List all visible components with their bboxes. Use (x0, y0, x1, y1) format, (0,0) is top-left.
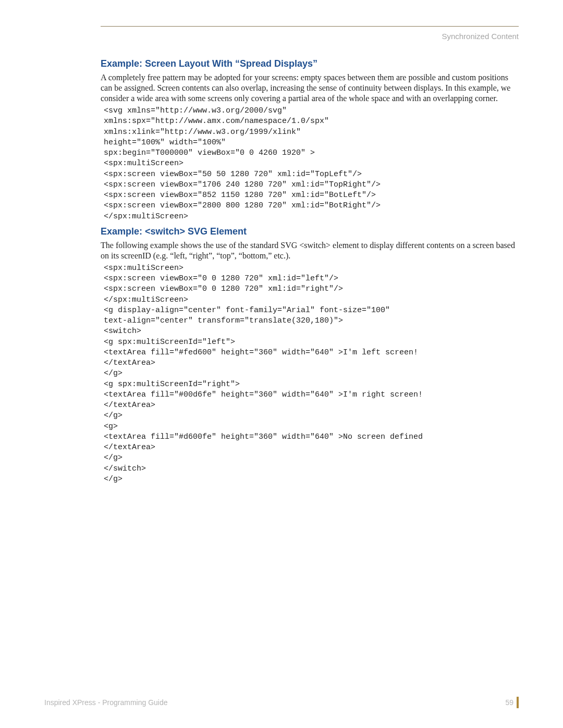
section2-paragraph: The following example shows the use of t… (101, 240, 519, 261)
header-section-title: Synchronized Content (44, 32, 519, 41)
page-bar-icon (517, 697, 519, 708)
section1-paragraph: A completely free pattern may be adopted… (101, 72, 519, 104)
section1-code: <svg xmlns="http://www.w3.org/2000/svg" … (104, 106, 519, 222)
footer-left: Inspired XPress - Programming Guide (44, 698, 168, 707)
content-area: Example: Screen Layout With “Spread Disp… (101, 58, 519, 485)
section2-title: Example: <switch> SVG Element (101, 226, 519, 237)
page: Synchronized Content Example: Screen Lay… (0, 0, 563, 728)
footer: Inspired XPress - Programming Guide 59 (44, 697, 519, 708)
footer-page: 59 (505, 697, 519, 708)
page-number: 59 (505, 698, 513, 707)
section1-title: Example: Screen Layout With “Spread Disp… (101, 58, 519, 69)
top-rule (101, 26, 519, 27)
section2-code: <spx:multiScreen> <spx:screen viewBox="0… (104, 263, 519, 485)
